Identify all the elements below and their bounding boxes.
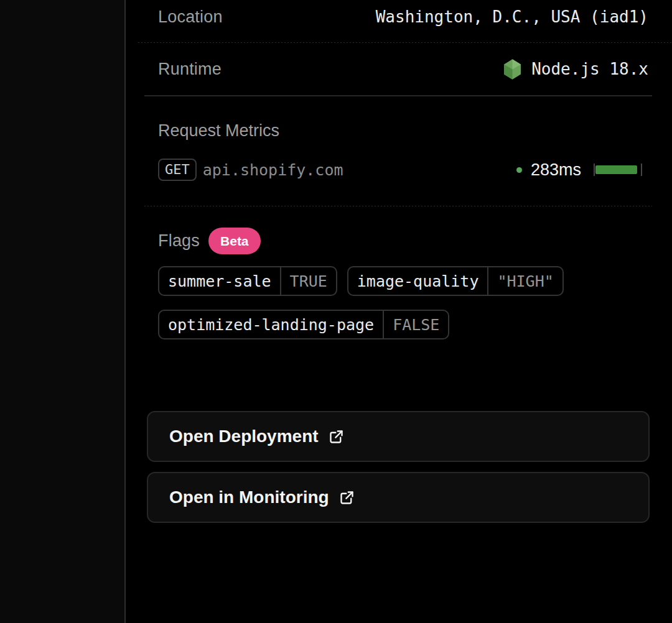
- flags-header: Flags Beta: [158, 228, 650, 254]
- external-link-icon: [328, 428, 345, 445]
- open-monitoring-label: Open in Monitoring: [169, 487, 329, 507]
- flag-name: summer-sale: [159, 267, 281, 295]
- latency-bar-fill: [595, 165, 637, 174]
- flags-title: Flags: [158, 231, 200, 251]
- action-buttons: Open Deployment Open in Monitoring: [147, 411, 650, 523]
- runtime-label: Runtime: [158, 60, 222, 79]
- open-monitoring-button[interactable]: Open in Monitoring: [147, 472, 650, 523]
- flag-value: FALSE: [384, 311, 448, 338]
- flag-chip: optimized-landing-page FALSE: [158, 310, 449, 339]
- left-rail: [0, 0, 126, 623]
- latency-bar: [594, 164, 642, 176]
- location-value: Washington, D.C., USA (iad1): [376, 7, 648, 26]
- open-deployment-button[interactable]: Open Deployment: [147, 411, 650, 462]
- location-row: Location Washington, D.C., USA (iad1): [147, 0, 650, 34]
- flag-chips: summer-sale TRUE image-quality "HIGH" op…: [158, 266, 594, 339]
- request-endpoint: GET api.shopify.com: [158, 159, 343, 181]
- runtime-value: Node.js 18.x: [531, 60, 648, 78]
- flag-chip: image-quality "HIGH": [347, 266, 564, 296]
- beta-badge: Beta: [208, 228, 261, 254]
- request-metrics-title: Request Metrics: [158, 121, 650, 140]
- nodejs-icon: [502, 58, 523, 80]
- status-dot-icon: [516, 167, 522, 173]
- http-method-badge: GET: [158, 159, 197, 181]
- flag-name: image-quality: [348, 267, 489, 295]
- divider: [144, 206, 652, 206]
- request-metric-row: GET api.shopify.com 283ms: [147, 157, 650, 182]
- location-label: Location: [158, 7, 223, 27]
- flag-chip: summer-sale TRUE: [158, 266, 337, 296]
- divider: [144, 95, 652, 96]
- runtime-row: Runtime Node.js 18.x: [147, 43, 650, 95]
- request-latency-group: 283ms: [516, 160, 642, 180]
- flag-value: TRUE: [281, 267, 336, 295]
- external-link-icon: [338, 489, 355, 506]
- flag-value: "HIGH": [488, 267, 562, 295]
- flag-name: optimized-landing-page: [159, 311, 384, 338]
- deployment-details-panel: Location Washington, D.C., USA (iad1) Ru…: [127, 0, 672, 623]
- request-host: api.shopify.com: [203, 161, 343, 179]
- open-deployment-label: Open Deployment: [169, 427, 319, 446]
- latency-value: 283ms: [531, 160, 581, 180]
- runtime-value-group: Node.js 18.x: [502, 58, 648, 80]
